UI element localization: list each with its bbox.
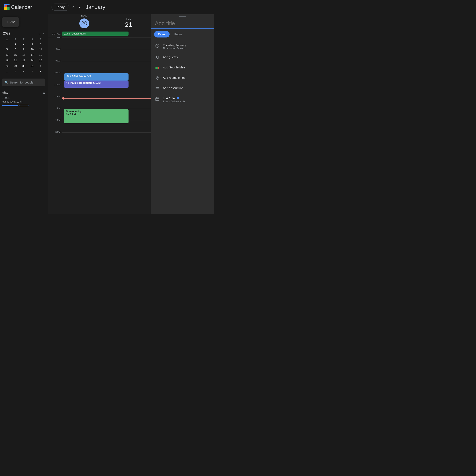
cal-day other-month[interactable]: 1 (38, 64, 44, 69)
cal-day[interactable]: 17 (29, 53, 35, 58)
cal-day[interactable]: 2 (21, 42, 27, 47)
event-title-input[interactable] (151, 18, 214, 29)
create-button[interactable]: + ate (1, 17, 19, 27)
time-label-12pm: 12 PM (48, 95, 62, 107)
mini-calendar: 2022 ‹ › W T F S S (0, 31, 48, 75)
progress-bar-filled (2, 105, 18, 106)
weekday-t: T (13, 38, 18, 41)
svg-rect-0 (4, 4, 5, 7)
cal-day other-month[interactable]: 7 (29, 69, 35, 75)
search-people-label: Search for people (10, 81, 33, 84)
day-header-mon: MON 20 (62, 14, 106, 30)
svg-point-6 (156, 56, 157, 58)
allday-event-area: Zürich design days (62, 31, 151, 36)
event-store-opening[interactable]: Store opening2 – 3 PM (64, 109, 129, 123)
google-meet-icon (155, 66, 160, 70)
insights-section: ghts ∧ , 2021 etings (avg: 12 hr) (1, 89, 46, 108)
cal-day other-month[interactable]: 5 (13, 69, 18, 75)
event-title: Finalize presentation, 10:3 (68, 81, 101, 84)
google-logo (4, 4, 10, 10)
cal-day[interactable]: 30 (21, 64, 27, 69)
time-label-2pm: 2 PM (48, 119, 62, 131)
cal-day other-month[interactable]: 6 (21, 69, 27, 75)
calendar-color-dot (177, 97, 179, 99)
tab-event[interactable]: Event (154, 31, 170, 37)
prev-nav-button[interactable]: ‹ (71, 3, 75, 11)
day-label-mon: MON (81, 15, 87, 18)
time-label-8am: 8 AM (48, 48, 62, 60)
mini-cal-next[interactable]: › (42, 31, 45, 36)
sidebar: + ate 2022 ‹ › W T F S S (0, 14, 48, 214)
owner-name: Lori Cole (163, 97, 185, 100)
day-number-20[interactable]: 20 (79, 18, 89, 28)
search-people-input[interactable]: 🔍 Search for people (1, 79, 45, 86)
detail-row-calendar[interactable]: Lori Cole Busy · Default visib (151, 94, 214, 106)
main-layout: + ate 2022 ‹ › W T F S S (0, 14, 214, 214)
detail-row-rooms[interactable]: Add rooms or loc (151, 73, 214, 84)
event-finalize-presentation[interactable]: ✓ Finalize presentation, 10:3 (64, 81, 129, 88)
cal-day[interactable]: 22 (13, 58, 18, 64)
time-label-3pm: 3 PM (48, 131, 62, 143)
allday-row: GMT+01 Zürich design days (48, 30, 151, 37)
day-number-21[interactable]: 21 (125, 21, 132, 28)
svg-rect-3 (7, 7, 10, 10)
cal-day[interactable]: 1 (13, 42, 18, 47)
cal-day[interactable]: 16 (21, 53, 27, 58)
cal-day other-month[interactable]: 2 (4, 69, 10, 75)
time-label-9am: 9 AM (48, 60, 62, 71)
cal-day other-month[interactable]: 8 (38, 69, 44, 75)
cal-day[interactable]: 3 (29, 42, 35, 47)
insights-header[interactable]: ghts ∧ (1, 89, 46, 96)
detail-row-datetime: Tuesday, January Time zone · Does n (151, 41, 214, 52)
time-row-9 (62, 61, 151, 73)
tab-focus[interactable]: Focus (170, 31, 187, 37)
cal-day[interactable]: 12 (4, 53, 10, 58)
time-labels: 7 AM 8 AM 9 AM 10 AM 11 AM 12 PM 1 PM 2 … (48, 37, 62, 214)
chevron-up-icon: ∧ (43, 91, 45, 94)
people-icon (155, 55, 160, 60)
detail-row-guests[interactable]: Add guests (151, 52, 214, 63)
cal-day[interactable]: 8 (13, 47, 18, 53)
cal-day[interactable]: 5 (4, 47, 10, 53)
svg-marker-9 (158, 67, 159, 69)
progress-bars (2, 105, 45, 106)
cal-day[interactable]: 15 (13, 53, 18, 58)
cal-day[interactable]: 25 (38, 58, 44, 64)
cal-day[interactable]: 4 (38, 42, 44, 47)
svg-rect-2 (4, 7, 7, 10)
allday-event-zurich[interactable]: Zürich design days (62, 32, 129, 36)
cal-day[interactable]: 24 (29, 58, 35, 64)
detail-row-meet[interactable]: Add Google Mee (151, 63, 214, 73)
svg-point-10 (157, 77, 158, 78)
location-icon (155, 76, 160, 81)
detail-row-description[interactable]: Add description (151, 84, 214, 94)
time-label-1pm: 1 PM (48, 107, 62, 119)
cal-day[interactable]: 29 (13, 64, 18, 69)
today-button[interactable]: Today (51, 3, 69, 11)
next-nav-button[interactable]: › (77, 3, 82, 11)
cal-day[interactable]: 31 (29, 64, 35, 69)
right-panel: Event Focus Tuesday, January Time zone ·… (151, 14, 214, 214)
time-grid: 7 AM 8 AM 9 AM 10 AM 11 AM 12 PM 1 PM 2 … (48, 37, 151, 214)
cal-day[interactable]: 9 (21, 47, 27, 53)
mini-cal-header: 2022 ‹ › (2, 31, 45, 37)
timezone-label: GMT+01 (48, 33, 62, 35)
event-project-update[interactable]: Project update, 10 AM (64, 73, 129, 81)
insights-content: , 2021 etings (avg: 12 hr) (1, 96, 46, 108)
calendar-icon (155, 97, 160, 101)
svg-rect-11 (156, 98, 159, 101)
cal-day[interactable]: 26 (4, 64, 10, 69)
time-row-8 (62, 49, 151, 61)
create-label: ate (11, 20, 15, 24)
mini-cal-prev[interactable]: ‹ (37, 31, 41, 36)
cal-day[interactable]: 18 (38, 53, 44, 58)
cal-day[interactable]: 11 (38, 47, 44, 53)
event-title: Project update, 10 AM (66, 74, 91, 77)
calendar-owner-info: Lori Cole Busy · Default visib (163, 97, 185, 103)
cal-day[interactable] (4, 42, 10, 47)
description-icon (155, 86, 160, 91)
cal-day[interactable]: 10 (29, 47, 35, 53)
cal-day[interactable]: 19 (4, 58, 10, 64)
cal-day[interactable]: 23 (21, 58, 27, 64)
clock-icon (155, 43, 160, 48)
